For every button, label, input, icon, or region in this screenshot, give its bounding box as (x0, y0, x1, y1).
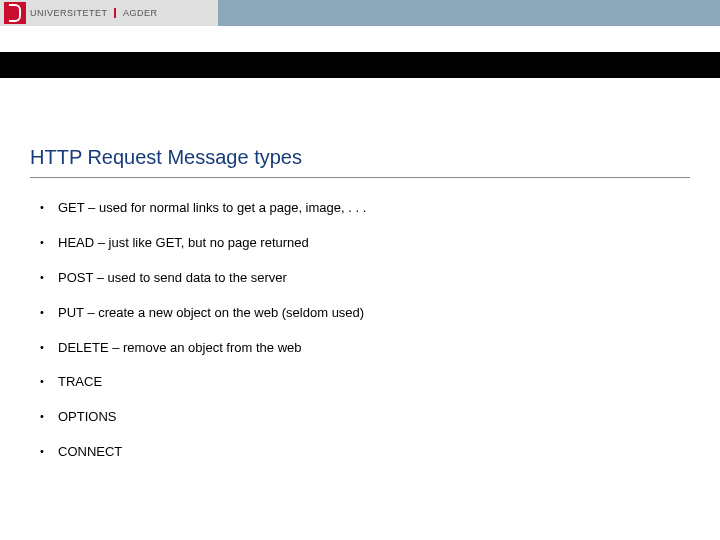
list-item: PUT – create a new object on the web (se… (40, 305, 690, 322)
institution-part-b: AGDER (123, 8, 158, 18)
list-item: DELETE – remove an object from the web (40, 340, 690, 357)
slide-header: UNIVERSITETET AGDER (0, 0, 720, 52)
slide-title: HTTP Request Message types (30, 146, 690, 178)
list-item: TRACE (40, 374, 690, 391)
http-methods-list: GET – used for normal links to get a pag… (30, 200, 690, 461)
list-item: HEAD – just like GET, but no page return… (40, 235, 690, 252)
university-logo-icon (4, 2, 26, 24)
list-item: GET – used for normal links to get a pag… (40, 200, 690, 217)
list-item: POST – used to send data to the server (40, 270, 690, 287)
header-accent-bar (218, 0, 720, 26)
institution-part-a: UNIVERSITETET (30, 8, 107, 18)
list-item: CONNECT (40, 444, 690, 461)
logo-area: UNIVERSITETET AGDER (0, 0, 218, 26)
slide-body: HTTP Request Message types GET – used fo… (0, 78, 720, 461)
list-item: OPTIONS (40, 409, 690, 426)
institution-name: UNIVERSITETET AGDER (30, 8, 157, 19)
divider-bar-icon (114, 8, 116, 18)
header-black-bar (0, 52, 720, 78)
